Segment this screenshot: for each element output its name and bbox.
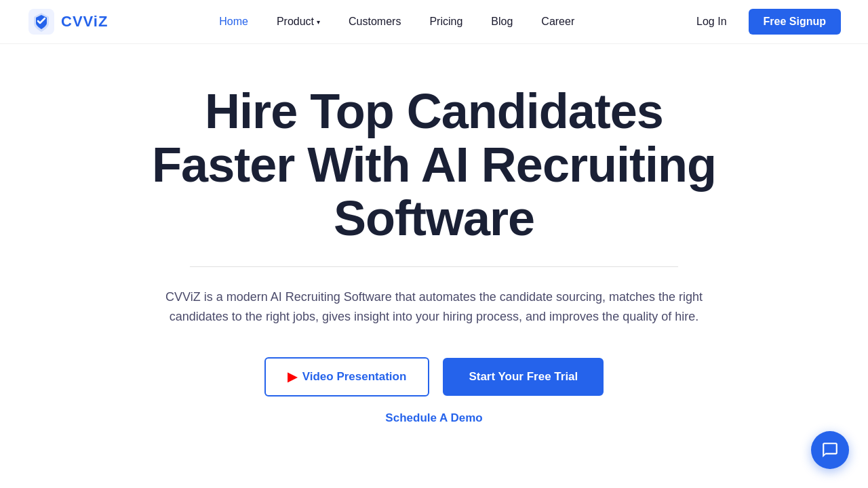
nav-blog[interactable]: Blog	[480, 10, 524, 33]
hero-divider	[190, 266, 678, 267]
login-link[interactable]: Log In	[686, 10, 737, 33]
free-signup-button[interactable]: Free Signup	[749, 9, 841, 35]
video-presentation-button[interactable]: ▶ Video Presentation	[264, 357, 430, 396]
nav-customers[interactable]: Customers	[338, 10, 412, 33]
nav-product[interactable]: Product ▾	[266, 10, 331, 33]
start-free-trial-button[interactable]: Start Your Free Trial	[443, 358, 604, 396]
hero-title: Hire Top Candidates Faster With AI Recru…	[152, 85, 716, 246]
nav-home[interactable]: Home	[208, 10, 259, 33]
schedule-demo-link[interactable]: Schedule A Demo	[385, 411, 482, 425]
logo-icon	[27, 7, 56, 36]
brand-name: CVViZ	[61, 13, 108, 30]
chat-icon	[821, 441, 839, 459]
navbar: CVViZ Home Product ▾ Customers Pricing B…	[0, 0, 868, 44]
hero-buttons: ▶ Video Presentation Start Your Free Tri…	[264, 357, 604, 396]
youtube-icon: ▶	[288, 369, 297, 384]
nav-career[interactable]: Career	[530, 10, 585, 33]
navbar-actions: Log In Free Signup	[686, 9, 841, 35]
hero-section: Hire Top Candidates Faster With AI Recru…	[0, 44, 868, 425]
product-chevron-icon: ▾	[317, 18, 320, 26]
logo-link[interactable]: CVViZ	[27, 7, 108, 36]
hero-description: CVViZ is a modern AI Recruiting Software…	[153, 287, 715, 327]
chat-bubble-button[interactable]	[811, 431, 849, 469]
nav-links: Home Product ▾ Customers Pricing Blog Ca…	[208, 10, 585, 33]
nav-pricing[interactable]: Pricing	[418, 10, 473, 33]
